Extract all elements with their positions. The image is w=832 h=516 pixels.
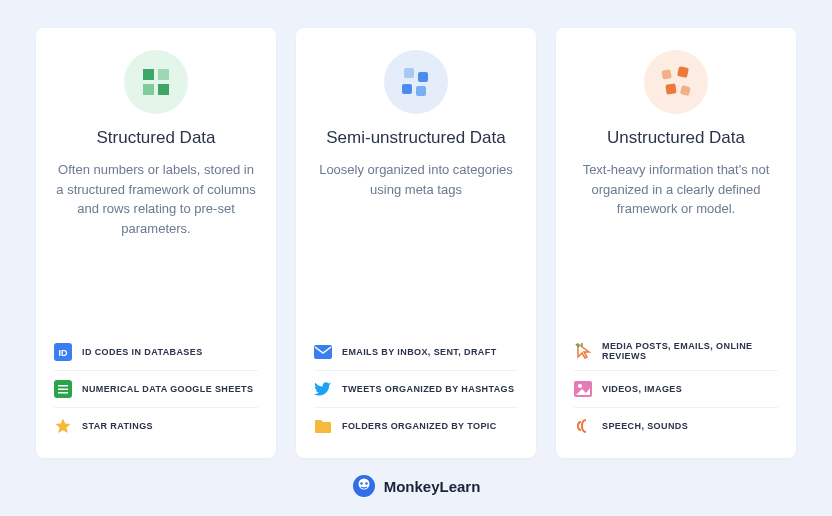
svg-rect-8 (58, 389, 68, 391)
svg-rect-14 (416, 86, 426, 96)
svg-rect-3 (158, 84, 169, 95)
card-structured: Structured Data Often numbers or labels,… (36, 28, 276, 458)
svg-rect-7 (58, 385, 68, 387)
svg-point-28 (360, 482, 363, 485)
example-label: FOLDERS ORGANIZED BY TOPIC (342, 421, 497, 431)
sheet-icon (54, 380, 72, 398)
card-title: Semi-unstructured Data (314, 128, 518, 148)
svg-rect-2 (143, 84, 154, 95)
svg-marker-10 (56, 419, 71, 434)
card-description: Loosely organized into categories using … (314, 160, 518, 199)
svg-rect-12 (418, 72, 428, 82)
svg-rect-15 (314, 345, 332, 359)
example-item: SPEECH, SOUNDS (574, 408, 778, 444)
svg-point-24 (578, 384, 582, 388)
svg-point-29 (365, 482, 368, 485)
monkeylearn-logo-icon (352, 474, 376, 498)
twitter-icon (314, 380, 332, 398)
svg-rect-13 (402, 84, 412, 94)
card-title: Unstructured Data (574, 128, 778, 148)
svg-rect-0 (143, 69, 154, 80)
card-description: Text-heavy information that's not organi… (574, 160, 778, 219)
image-icon (574, 380, 592, 398)
footer-brand: MonkeyLearn (384, 478, 481, 495)
example-label: MEDIA POSTS, EMAILS, ONLINE REVIEWS (602, 341, 778, 361)
unstructured-icon (644, 50, 708, 114)
examples-list: ID ID CODES IN DATABASES NUMERICAL DATA … (54, 334, 258, 444)
structured-icon (124, 50, 188, 114)
example-label: ID CODES IN DATABASES (82, 347, 203, 357)
example-label: NUMERICAL DATA GOOGLE SHEETS (82, 384, 253, 394)
id-icon: ID (54, 343, 72, 361)
card-unstructured: Unstructured Data Text-heavy information… (556, 28, 796, 458)
card-semi-unstructured: Semi-unstructured Data Loosely organized… (296, 28, 536, 458)
example-item: TWEETS ORGANIZED BY HASHTAGS (314, 371, 518, 408)
example-label: VIDEOS, IMAGES (602, 384, 682, 394)
semi-unstructured-icon (384, 50, 448, 114)
example-item: ID ID CODES IN DATABASES (54, 334, 258, 371)
example-item: STAR RATINGS (54, 408, 258, 444)
cards-container: Structured Data Often numbers or labels,… (36, 28, 796, 458)
svg-rect-18 (665, 83, 676, 94)
example-label: TWEETS ORGANIZED BY HASHTAGS (342, 384, 514, 394)
card-description: Often numbers or labels, stored in a str… (54, 160, 258, 238)
svg-rect-1 (158, 69, 169, 80)
example-item: EMAILS BY INBOX, SENT, DRAFT (314, 334, 518, 371)
mail-icon (314, 343, 332, 361)
svg-rect-9 (58, 392, 68, 394)
star-icon (54, 417, 72, 435)
svg-rect-11 (404, 68, 414, 78)
examples-list: MEDIA POSTS, EMAILS, ONLINE REVIEWS VIDE… (574, 332, 778, 444)
svg-rect-17 (677, 66, 689, 78)
cursor-icon (574, 342, 592, 360)
svg-rect-19 (680, 85, 691, 96)
example-item: NUMERICAL DATA GOOGLE SHEETS (54, 371, 258, 408)
footer: MonkeyLearn (36, 458, 796, 498)
example-label: SPEECH, SOUNDS (602, 421, 688, 431)
svg-marker-20 (578, 344, 589, 358)
example-label: EMAILS BY INBOX, SENT, DRAFT (342, 347, 497, 357)
sound-icon (574, 417, 592, 435)
examples-list: EMAILS BY INBOX, SENT, DRAFT TWEETS ORGA… (314, 334, 518, 444)
svg-text:ID: ID (59, 348, 69, 358)
example-item: MEDIA POSTS, EMAILS, ONLINE REVIEWS (574, 332, 778, 371)
example-item: VIDEOS, IMAGES (574, 371, 778, 408)
example-label: STAR RATINGS (82, 421, 153, 431)
example-item: FOLDERS ORGANIZED BY TOPIC (314, 408, 518, 444)
card-title: Structured Data (54, 128, 258, 148)
svg-rect-16 (661, 69, 671, 79)
folder-icon (314, 417, 332, 435)
